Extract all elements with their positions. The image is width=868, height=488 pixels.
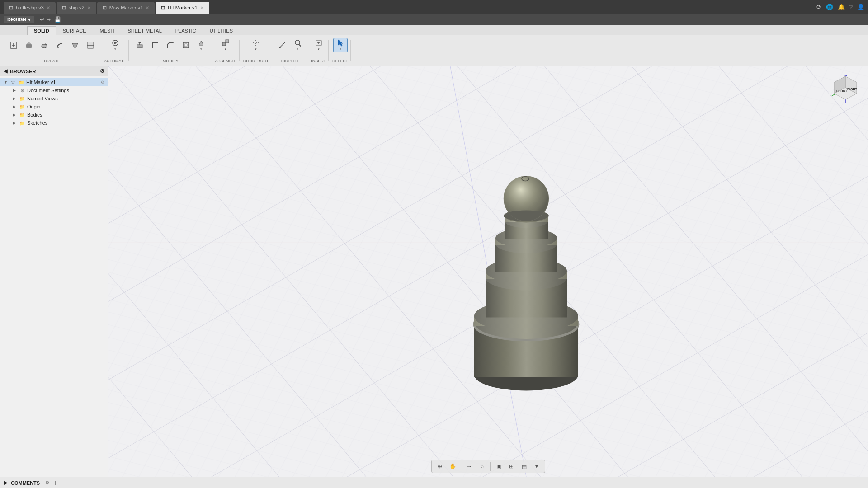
tree-arrow-bodies: ▶ bbox=[13, 113, 17, 117]
orbit-button[interactable]: ↔ bbox=[464, 461, 475, 472]
design-button[interactable]: DESIGN ▾ bbox=[4, 16, 34, 23]
browser-tree: ▼ ▽ 📁 Hit Marker v1 ⚙ ▶ ⚙ Document Setti… bbox=[0, 76, 108, 477]
tree-folder-icon: 📁 bbox=[18, 79, 24, 85]
display-mode-button[interactable]: ▣ bbox=[493, 461, 504, 472]
create-group: CREATE bbox=[4, 36, 100, 65]
construct-button[interactable]: ▾ bbox=[249, 38, 263, 52]
undo-button[interactable]: ↩ bbox=[40, 16, 44, 23]
tab-surface[interactable]: SURFACE bbox=[56, 26, 93, 35]
automate-group: ▾ AUTOMATE bbox=[101, 36, 129, 65]
tree-label-sketches: Sketches bbox=[27, 120, 104, 126]
tree-item-bodies[interactable]: ▶ 📁 Bodies bbox=[0, 111, 108, 119]
comments-expand-icon[interactable]: ▶ bbox=[4, 480, 7, 486]
tab-close-hit[interactable]: ✕ bbox=[200, 5, 204, 10]
sweep-button[interactable] bbox=[52, 38, 67, 52]
comments-settings-icon[interactable]: ⚙ bbox=[45, 480, 49, 485]
automate-button[interactable]: ▾ bbox=[108, 38, 123, 52]
tab-sheet-metal[interactable]: SHEET METAL bbox=[121, 26, 168, 35]
construct-group: ▾ CONSTRUCT bbox=[241, 36, 272, 65]
tab-close-battleship[interactable]: ✕ bbox=[47, 5, 50, 10]
chamfer-button[interactable] bbox=[163, 38, 178, 52]
select-group: ▾ SELECT bbox=[330, 36, 351, 65]
press-pull-button[interactable] bbox=[132, 38, 147, 52]
fillet-button[interactable] bbox=[148, 38, 162, 52]
tab-mesh[interactable]: MESH bbox=[93, 26, 121, 35]
assemble-icons: ▾ bbox=[218, 38, 233, 52]
tab-battleship-v3[interactable]: ⊡ battleship v3 ✕ bbox=[4, 2, 56, 14]
inspect-button[interactable]: ▾ bbox=[290, 38, 305, 52]
extrude-button[interactable] bbox=[22, 38, 36, 52]
view-options-button[interactable]: ▤ bbox=[519, 461, 529, 472]
shell-button[interactable] bbox=[179, 38, 193, 52]
insert-button[interactable]: ▾ bbox=[311, 38, 326, 52]
tree-label-views: Named Views bbox=[27, 96, 104, 101]
select-button[interactable]: ▾ bbox=[333, 38, 348, 52]
tab-solid[interactable]: SOLID bbox=[27, 26, 56, 35]
tab-ship-v2[interactable]: ⊡ ship v2 ✕ bbox=[57, 2, 96, 14]
tree-collapse-icon: ▽ bbox=[10, 79, 16, 85]
tree-folder-icon-sketches: 📁 bbox=[19, 120, 25, 126]
tab-close-ship[interactable]: ✕ bbox=[87, 5, 91, 10]
tree-label-doc: Document Settings bbox=[27, 88, 104, 93]
svg-rect-19 bbox=[226, 40, 229, 43]
grid-button[interactable]: ⊞ bbox=[506, 461, 517, 472]
tab-icon: ⊡ bbox=[62, 5, 66, 11]
browser-header: ◀ BROWSER ⚙ bbox=[0, 66, 108, 76]
tree-item-document-settings[interactable]: ▶ ⚙ Document Settings bbox=[0, 86, 108, 94]
rib-button[interactable] bbox=[83, 38, 98, 52]
user-icon[interactable]: 👤 bbox=[857, 4, 864, 10]
inspect-group: ▾ INSPECT bbox=[272, 36, 307, 65]
tab-hit-marker[interactable]: ⊡ Hit Marker v1 ✕ bbox=[156, 2, 209, 14]
titlebar-right: ⟳ 🌐 🔔 ? 👤 bbox=[816, 4, 864, 10]
browser-title: BROWSER bbox=[10, 69, 36, 74]
select-label: SELECT bbox=[332, 59, 348, 63]
help-icon[interactable]: ? bbox=[849, 4, 853, 10]
automate-icons: ▾ bbox=[108, 38, 123, 52]
svg-marker-17 bbox=[199, 41, 203, 45]
tree-item-origin[interactable]: ▶ 📁 Origin bbox=[0, 103, 108, 111]
new-component-button[interactable] bbox=[6, 38, 21, 52]
tab-utilities[interactable]: UTILITIES bbox=[203, 26, 240, 35]
tree-item-sketches[interactable]: ▶ 📁 Sketches bbox=[0, 119, 108, 127]
browser-settings-icon[interactable]: ⚙ bbox=[100, 68, 104, 74]
loft-button[interactable] bbox=[68, 38, 82, 52]
model-3d bbox=[427, 149, 626, 393]
browser-collapse-icon[interactable]: ◀ bbox=[4, 68, 7, 74]
viewcube[interactable]: Z FRONT RIGHT bbox=[827, 71, 863, 107]
tab-close-miss[interactable]: ✕ bbox=[146, 5, 149, 10]
svg-line-27 bbox=[299, 45, 301, 46]
bell-icon[interactable]: 🔔 bbox=[838, 4, 845, 10]
refresh-icon[interactable]: ⟳ bbox=[816, 4, 821, 10]
browser-header-left: ◀ BROWSER bbox=[4, 68, 36, 74]
pan-button[interactable]: ✋ bbox=[447, 461, 458, 472]
assemble-button[interactable]: ▾ bbox=[218, 38, 233, 52]
fit-to-screen-button[interactable]: ⊕ bbox=[434, 461, 445, 472]
save-icon[interactable]: 💾 bbox=[54, 16, 61, 23]
zoom-button[interactable]: ⌕ bbox=[476, 461, 487, 472]
inspect-icons: ▾ bbox=[275, 38, 305, 52]
tree-folder-icon-bodies: 📁 bbox=[19, 112, 25, 118]
redo-button[interactable]: ↪ bbox=[46, 16, 51, 23]
tree-settings-icon[interactable]: ⚙ bbox=[101, 80, 104, 84]
vbt-separator bbox=[461, 462, 461, 471]
vbt-separator-2 bbox=[490, 462, 491, 471]
view-options-chevron[interactable]: ▾ bbox=[531, 461, 542, 472]
tab-plastic[interactable]: PLASTIC bbox=[169, 26, 203, 35]
svg-rect-6 bbox=[57, 47, 59, 48]
globe-icon[interactable]: 🌐 bbox=[826, 4, 833, 10]
revolve-button[interactable] bbox=[37, 38, 52, 52]
comments-collapse-icon[interactable]: | bbox=[55, 480, 56, 485]
tree-item-named-views[interactable]: ▶ 📁 Named Views bbox=[0, 94, 108, 103]
tab-miss-marker[interactable]: ⊡ Miss Marker v1 ✕ bbox=[97, 2, 155, 14]
tree-arrow-views: ▶ bbox=[13, 96, 17, 101]
draft-button[interactable]: ▾ bbox=[194, 38, 208, 52]
svg-text:FRONT: FRONT bbox=[836, 89, 848, 93]
tree-label-bodies: Bodies bbox=[27, 112, 104, 117]
tree-root-item[interactable]: ▼ ▽ 📁 Hit Marker v1 ⚙ bbox=[0, 78, 108, 86]
new-tab-button[interactable]: + bbox=[210, 2, 224, 14]
create-label: CREATE bbox=[44, 59, 60, 63]
measure-button[interactable] bbox=[275, 38, 289, 52]
viewport[interactable]: Z FRONT RIGHT ⊕ ✋ ↔ ⌕ ▣ ⊞ ▤ ▾ bbox=[108, 66, 868, 477]
tree-arrow-origin: ▶ bbox=[13, 104, 17, 109]
titlebar: ⊡ battleship v3 ✕ ⊡ ship v2 ✕ ⊡ Miss Mar… bbox=[0, 0, 868, 14]
